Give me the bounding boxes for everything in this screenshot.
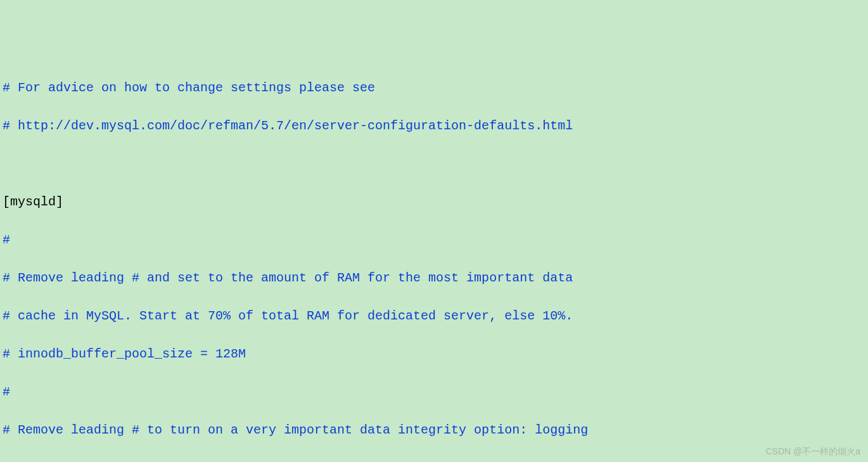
config-comment-line: # changes to the binary log between back… [3,459,865,462]
config-comment-line: # [3,231,865,250]
config-section-header: [mysqld] [3,193,865,212]
config-comment-line: # cache in MySQL. Start at 70% of total … [3,307,865,326]
config-comment-line: # [3,383,865,402]
config-comment-line: # Remove leading # and set to the amount… [3,269,865,288]
config-comment-line: # innodb_buffer_pool_size = 128M [3,345,865,364]
config-comment-line: # http://dev.mysql.com/doc/refman/5.7/en… [3,117,865,136]
watermark-text: CSDN @不一样的烟火a [765,445,860,458]
config-comment-line: # For advice on how to change settings p… [3,79,865,98]
blank-line [3,155,865,174]
config-comment-line: # Remove leading # to turn on a very imp… [3,421,865,440]
